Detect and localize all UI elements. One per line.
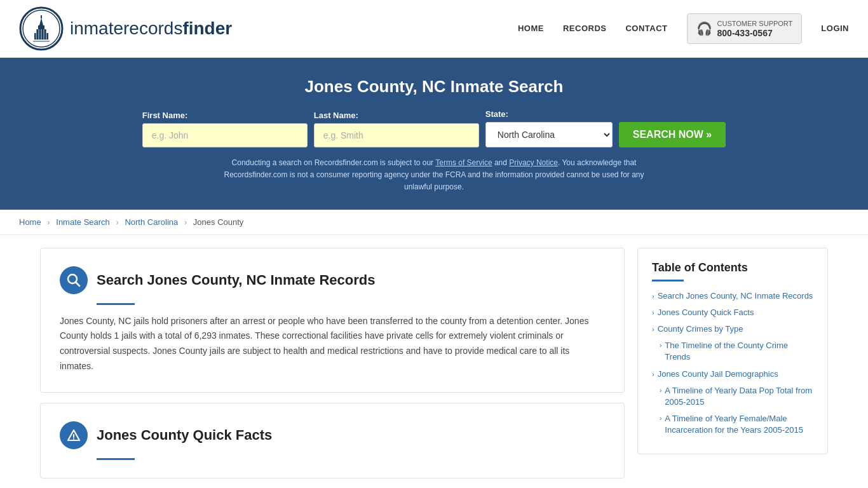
toc-label-4: The Timeline of the County Crime Trends xyxy=(665,340,813,363)
main-nav: HOME RECORDS CONTACT 🎧 CUSTOMER SUPPORT … xyxy=(518,13,849,44)
svg-rect-6 xyxy=(41,15,42,18)
toc-item-7: › A Timeline of Yearly Female/Male Incar… xyxy=(660,413,813,436)
toc-title: Table of Contents xyxy=(652,261,813,274)
toc-chevron-6: › xyxy=(660,386,661,395)
toc-item-5: › Jones County Jail Demographics xyxy=(652,369,813,380)
breadcrumb-inmate-search[interactable]: Inmate Search xyxy=(56,217,110,227)
alert-icon xyxy=(67,428,81,442)
logo-icon xyxy=(19,6,64,51)
state-group: State: North Carolina Alabama Alaska Ari… xyxy=(485,109,613,147)
toc-divider xyxy=(652,280,684,281)
toc-list: › Search Jones County, NC Inmate Records… xyxy=(652,290,813,437)
breadcrumb-sep-2: › xyxy=(116,217,118,227)
toc-box: Table of Contents › Search Jones County,… xyxy=(637,248,828,455)
search-section-body: Jones County, NC jails hold prisoners af… xyxy=(60,314,605,374)
toc-link-7[interactable]: › A Timeline of Yearly Female/Male Incar… xyxy=(660,413,813,436)
search-section-title: Search Jones County, NC Inmate Records xyxy=(97,272,376,288)
breadcrumb: Home › Inmate Search › North Carolina › … xyxy=(0,210,868,235)
toc-label-1: Search Jones County, NC Inmate Records xyxy=(658,290,813,302)
toc-item-2: › Jones County Quick Facts xyxy=(652,307,813,318)
state-select[interactable]: North Carolina Alabama Alaska Arizona Ca… xyxy=(485,122,613,147)
hero-section: Jones County, NC Inmate Search First Nam… xyxy=(0,58,868,210)
first-name-input[interactable] xyxy=(142,123,308,147)
toc-link-5[interactable]: › Jones County Jail Demographics xyxy=(652,369,813,380)
search-form: First Name: Last Name: State: North Caro… xyxy=(13,109,855,147)
quick-facts-title: Jones County Quick Facts xyxy=(97,427,272,444)
nav-login[interactable]: LOGIN xyxy=(821,24,849,33)
toc-link-2[interactable]: › Jones County Quick Facts xyxy=(652,307,813,318)
nav-contact[interactable]: CONTACT xyxy=(625,24,667,33)
quick-facts-header: Jones County Quick Facts xyxy=(60,421,605,449)
state-label: State: xyxy=(485,109,613,119)
support-info: CUSTOMER SUPPORT 800-433-0567 xyxy=(717,19,793,38)
toc-label-5: Jones County Jail Demographics xyxy=(658,369,778,380)
toc-label-2: Jones County Quick Facts xyxy=(658,307,754,318)
support-number: 800-433-0567 xyxy=(717,28,793,38)
toc-item-6: › A Timeline of Yearly Data Pop Total fr… xyxy=(660,385,813,408)
logo-area: inmaterecordsfinder xyxy=(19,6,232,51)
quick-facts-section: Jones County Quick Facts xyxy=(40,403,625,478)
site-header: inmaterecordsfinder HOME RECORDS CONTACT… xyxy=(0,0,868,58)
terms-link[interactable]: Terms of Service xyxy=(435,158,492,167)
toc-item-1: › Search Jones County, NC Inmate Records xyxy=(652,290,813,302)
logo-text-bold: finder xyxy=(182,18,232,38)
toc-label-6: A Timeline of Yearly Data Pop Total from… xyxy=(665,385,813,408)
breadcrumb-jones-county: Jones County xyxy=(193,217,244,227)
search-button[interactable]: SEARCH NOW » xyxy=(619,122,726,147)
toc-chevron-3: › xyxy=(652,325,654,334)
quick-facts-icon xyxy=(60,421,88,449)
hero-disclaimer: Conducting a search on Recordsfinder.com… xyxy=(212,157,656,194)
toc-label-7: A Timeline of Yearly Female/Male Incarce… xyxy=(665,413,813,436)
svg-line-15 xyxy=(76,282,80,286)
toc-link-1[interactable]: › Search Jones County, NC Inmate Records xyxy=(652,290,813,302)
toc-link-4[interactable]: › The Timeline of the County Crime Trend… xyxy=(660,340,813,363)
toc-item-4: › The Timeline of the County Crime Trend… xyxy=(660,340,813,363)
toc-chevron-7: › xyxy=(660,414,661,423)
toc-label-3: County Crimes by Type xyxy=(658,323,743,335)
quick-facts-title-underline xyxy=(97,458,135,460)
nav-records[interactable]: RECORDS xyxy=(563,24,607,33)
magnifier-icon xyxy=(67,273,81,287)
toc-chevron-2: › xyxy=(652,308,654,318)
search-section-header: Search Jones County, NC Inmate Records xyxy=(60,266,605,294)
toc-chevron-1: › xyxy=(652,292,654,301)
logo-text-container: inmaterecordsfinder xyxy=(70,18,232,39)
support-label: CUSTOMER SUPPORT xyxy=(717,19,793,28)
search-title-underline xyxy=(97,303,135,305)
main-content: Search Jones County, NC Inmate Records J… xyxy=(27,248,841,488)
svg-point-17 xyxy=(73,438,74,439)
search-section-icon xyxy=(60,266,88,294)
headset-icon: 🎧 xyxy=(696,21,712,36)
customer-support-box: 🎧 CUSTOMER SUPPORT 800-433-0567 xyxy=(687,13,803,44)
breadcrumb-north-carolina[interactable]: North Carolina xyxy=(125,217,178,227)
last-name-group: Last Name: xyxy=(314,111,479,147)
last-name-label: Last Name: xyxy=(314,111,479,120)
nav-home[interactable]: HOME xyxy=(518,24,544,33)
first-name-label: First Name: xyxy=(142,111,308,120)
breadcrumb-sep-1: › xyxy=(47,217,50,227)
hero-title: Jones County, NC Inmate Search xyxy=(13,77,855,97)
toc-item-3: › County Crimes by Type xyxy=(652,323,813,335)
last-name-input[interactable] xyxy=(314,123,479,147)
toc-link-6[interactable]: › A Timeline of Yearly Data Pop Total fr… xyxy=(660,385,813,408)
toc-chevron-4: › xyxy=(660,341,661,350)
breadcrumb-home[interactable]: Home xyxy=(19,217,41,227)
content-left: Search Jones County, NC Inmate Records J… xyxy=(40,248,625,488)
privacy-link[interactable]: Privacy Notice xyxy=(509,158,558,167)
first-name-group: First Name: xyxy=(142,111,308,147)
toc-chevron-5: › xyxy=(652,370,654,379)
logo-text-normal: inmaterecords xyxy=(70,18,182,38)
sidebar: Table of Contents › Search Jones County,… xyxy=(637,248,828,455)
breadcrumb-sep-3: › xyxy=(184,217,187,227)
search-records-section: Search Jones County, NC Inmate Records J… xyxy=(40,248,625,393)
toc-link-3[interactable]: › County Crimes by Type xyxy=(652,323,813,335)
